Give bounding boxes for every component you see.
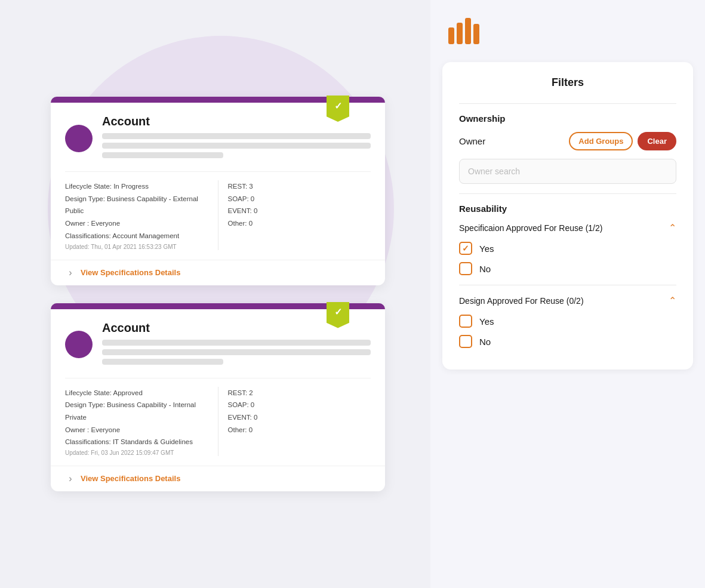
card-1: ✓ Account Lifecycle State: In Progress D…: [51, 97, 385, 285]
card-meta-1: Lifecycle State: In Progress Design Type…: [65, 171, 371, 250]
spec-approved-chevron-icon: ⌃: [669, 222, 676, 233]
meta-right-2: REST: 2 SOAP: 0 EVENT: 0 Other: 0: [218, 387, 371, 456]
divider-1: [459, 103, 676, 104]
design-type-2: Design Type: Business Capability - Inter…: [65, 399, 208, 423]
soap-1: SOAP: 0: [228, 193, 371, 205]
other-2: Other: 0: [228, 424, 371, 436]
owner-1: Owner : Everyone: [65, 217, 208, 230]
soap-2: SOAP: 0: [228, 399, 371, 411]
add-groups-button[interactable]: Add Groups: [569, 132, 633, 150]
rest-1: REST: 3: [228, 180, 371, 193]
card-header-1: Account: [65, 115, 371, 162]
spec-no-label: No: [479, 264, 491, 274]
classifications-2: Classifications: IT Standards & Guidelin…: [65, 436, 208, 448]
skeleton-3: [102, 152, 223, 158]
classifications-1: Classifications: Account Management: [65, 230, 208, 242]
skeleton-5: [102, 349, 371, 355]
reusability-label: Reusability: [459, 204, 676, 214]
card-title-area-2: Account: [102, 321, 371, 368]
owner-row: Owner Add Groups Clear: [459, 132, 676, 150]
other-1: Other: 0: [228, 217, 371, 230]
owner-2: Owner : Everyone: [65, 424, 208, 436]
spec-approved-header[interactable]: Specificaion Approved For Reuse (1/2) ⌃: [459, 222, 676, 233]
card-body-1: Account Lifecycle State: In Progress Des…: [51, 103, 385, 259]
left-panel: ✓ Account Lifecycle State: In Progress D…: [0, 0, 436, 588]
card-footer-2[interactable]: › View Specifications Details: [51, 466, 385, 491]
design-yes-label: Yes: [479, 316, 494, 327]
updated-2: Updated: Fri, 03 Jun 2022 15:09:47 GMT: [65, 450, 208, 456]
skeleton-1: [102, 133, 371, 139]
logo-bar-2: [457, 23, 463, 44]
filters-card: Filters Ownership Owner Add Groups Clear…: [442, 62, 693, 370]
design-approved-title: Design Approved For Reuse (0/2): [459, 296, 584, 306]
spec-no-checkbox[interactable]: [459, 262, 472, 275]
meta-left-1: Lifecycle State: In Progress Design Type…: [65, 180, 218, 250]
spec-yes-row: ✓ Yes: [459, 242, 676, 255]
meta-right-1: REST: 3 SOAP: 0 EVENT: 0 Other: 0: [218, 180, 371, 250]
chevron-right-icon-1: ›: [65, 267, 76, 278]
view-specs-link-1[interactable]: View Specifications Details: [81, 268, 180, 277]
owner-buttons: Add Groups Clear: [569, 132, 676, 150]
skeleton-4: [102, 340, 371, 346]
verified-badge-2: ✓: [327, 302, 349, 328]
skeleton-2: [102, 143, 371, 149]
card-title-area-1: Account: [102, 115, 371, 162]
logo-bar-3: [465, 18, 471, 44]
owner-field-label: Owner: [459, 136, 485, 146]
design-no-label: No: [479, 337, 491, 347]
chevron-right-icon-2: ›: [65, 473, 76, 484]
card-body-2: Account Lifecycle State: Approved Design…: [51, 309, 385, 466]
spec-no-row: No: [459, 262, 676, 275]
design-no-checkbox[interactable]: [459, 335, 472, 348]
meta-left-2: Lifecycle State: Approved Design Type: B…: [65, 387, 218, 456]
design-yes-row: Yes: [459, 315, 676, 328]
design-approved-header[interactable]: Design Approved For Reuse (0/2) ⌃: [459, 295, 676, 306]
card-avatar-2: [65, 331, 93, 358]
filters-title: Filters: [459, 76, 676, 89]
brand-logo: [442, 18, 693, 44]
card-footer-1[interactable]: › View Specifications Details: [51, 260, 385, 285]
view-specs-link-2[interactable]: View Specifications Details: [81, 474, 180, 483]
lifecycle-2: Lifecycle State: Approved: [65, 387, 208, 399]
owner-search-input[interactable]: [459, 159, 676, 184]
lifecycle-1: Lifecycle State: In Progress: [65, 180, 208, 193]
design-approved-chevron-icon: ⌃: [669, 295, 676, 306]
design-no-row: No: [459, 335, 676, 348]
right-panel: Filters Ownership Owner Add Groups Clear…: [430, 0, 705, 588]
card-meta-2: Lifecycle State: Approved Design Type: B…: [65, 378, 371, 456]
spec-yes-checkbox[interactable]: ✓: [459, 242, 472, 255]
card-2: ✓ Account Lifecycle State: Approved Desi…: [51, 303, 385, 491]
updated-1: Updated: Thu, 01 Apr 2021 16:53:23 GMT: [65, 244, 208, 250]
logo-bar-4: [473, 24, 479, 44]
design-yes-checkbox[interactable]: [459, 315, 472, 328]
spec-yes-checkmark-icon: ✓: [462, 244, 469, 253]
skeleton-6: [102, 359, 223, 365]
card-header-2: Account: [65, 321, 371, 368]
divider-2: [459, 193, 676, 194]
event-2: EVENT: 0: [228, 411, 371, 424]
rest-2: REST: 2: [228, 387, 371, 399]
logo-bar-1: [448, 27, 454, 44]
event-1: EVENT: 0: [228, 205, 371, 217]
verified-badge-1: ✓: [327, 96, 349, 122]
ownership-label: Ownership: [459, 113, 676, 124]
divider-3: [459, 285, 676, 285]
spec-approved-title: Specificaion Approved For Reuse (1/2): [459, 223, 602, 233]
design-type-1: Design Type: Business Capability - Exter…: [65, 193, 208, 217]
spec-yes-label: Yes: [479, 244, 494, 254]
clear-button[interactable]: Clear: [638, 132, 676, 150]
card-avatar-1: [65, 125, 93, 152]
